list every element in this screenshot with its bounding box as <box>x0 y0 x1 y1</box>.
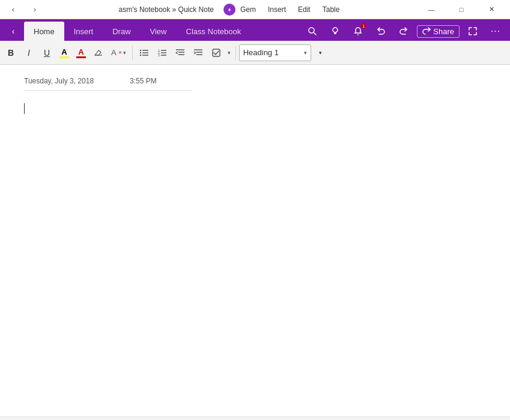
tab-draw[interactable]: Draw <box>103 22 140 41</box>
format-clear-label: A <box>111 48 117 57</box>
ribbon-tabs: ‹ Home Insert Draw View Class Notebook 1… <box>0 19 510 41</box>
highlight-color-picker[interactable]: A <box>56 44 72 61</box>
bulb-icon-btn[interactable] <box>326 22 345 41</box>
notification-badge: 1 <box>361 23 366 28</box>
menu-table[interactable]: Table <box>320 4 342 15</box>
page-area[interactable]: Tuesday, July 3, 2018 3:55 PM <box>0 65 510 416</box>
underline-button[interactable]: U <box>38 44 55 61</box>
font-color-letter: A <box>78 47 83 56</box>
tab-insert[interactable]: Insert <box>64 22 103 41</box>
font-color-swatch <box>76 56 86 58</box>
highlight-letter: A <box>61 47 67 56</box>
title-bar-left: ‹ › <box>5 1 43 18</box>
format-clear-arrow: ▾ <box>123 50 126 56</box>
search-icon-btn[interactable] <box>303 22 322 41</box>
share-button[interactable]: Share <box>417 25 460 38</box>
svg-line-1 <box>314 32 316 35</box>
date-time-row: Tuesday, July 3, 2018 3:55 PM <box>24 77 192 91</box>
outdent-button[interactable] <box>172 44 189 61</box>
title-bar-center: asm's Notebook » Quick Note ♦ Gem Insert… <box>43 4 417 16</box>
menu-gem[interactable]: Gem <box>238 4 258 15</box>
page-time: 3:55 PM <box>130 77 157 85</box>
todo-button[interactable] <box>208 44 225 61</box>
status-bar <box>0 416 510 420</box>
page-canvas: Tuesday, July 3, 2018 3:55 PM <box>0 65 510 129</box>
svg-point-8 <box>139 52 141 53</box>
title-menu-bar: Gem Insert Edit Table <box>238 4 342 15</box>
menu-edit[interactable]: Edit <box>296 4 313 15</box>
italic-button[interactable]: I <box>20 44 37 61</box>
text-cursor <box>24 103 25 114</box>
bell-icon-btn[interactable]: 1 <box>348 22 368 41</box>
text-cursor-area[interactable] <box>24 103 486 117</box>
eraser-button[interactable] <box>90 44 107 61</box>
numbering-button[interactable]: 1. 2. 3. <box>154 44 171 61</box>
todo-dropdown[interactable]: ▾ <box>226 44 232 61</box>
todo-arrow: ▾ <box>228 50 231 56</box>
format-clear-indicator: ✕ <box>118 50 122 55</box>
back-button[interactable]: ‹ <box>5 1 22 18</box>
font-color-picker[interactable]: A <box>73 44 89 61</box>
separator-1 <box>132 46 133 60</box>
style-more-arrow: ▾ <box>319 50 322 56</box>
style-dropdown-arrow: ▾ <box>304 50 307 56</box>
indent-button[interactable] <box>190 44 207 61</box>
tab-view[interactable]: View <box>141 22 177 41</box>
title-bar: ‹ › asm's Notebook » Quick Note ♦ Gem In… <box>0 0 510 19</box>
svg-text:3.: 3. <box>158 53 160 57</box>
more-icon-btn[interactable]: ··· <box>486 22 505 41</box>
format-clear-dropdown[interactable]: A ✕ ▾ <box>108 44 129 61</box>
svg-point-5 <box>357 34 359 35</box>
style-label: Heading 1 <box>243 48 302 57</box>
svg-point-2 <box>333 28 338 32</box>
forward-button[interactable]: › <box>26 1 43 18</box>
more-dots-icon: ··· <box>491 26 500 37</box>
formatting-toolbar: B I U A A A ✕ ▾ 1. 2. <box>0 41 510 65</box>
svg-rect-3 <box>334 33 336 34</box>
page-date: Tuesday, July 3, 2018 <box>24 77 94 85</box>
redo-icon-btn[interactable] <box>394 22 413 41</box>
undo-icon-btn[interactable] <box>371 22 390 41</box>
bold-button[interactable]: B <box>2 44 19 61</box>
ribbon-right-actions: 1 Share ··· <box>303 22 510 41</box>
separator-2 <box>235 46 236 60</box>
share-label: Share <box>433 27 454 36</box>
page-content-wrapper: Tuesday, July 3, 2018 3:55 PM <box>0 65 510 416</box>
style-picker[interactable]: Heading 1 ▾ <box>239 44 311 61</box>
menu-insert[interactable]: Insert <box>266 4 288 15</box>
minimize-button[interactable]: — <box>417 0 445 19</box>
tab-class-notebook[interactable]: Class Notebook <box>177 22 251 41</box>
bullets-button[interactable] <box>136 44 153 61</box>
highlight-swatch <box>59 56 69 58</box>
title-bar-right: — □ ✕ <box>417 0 505 19</box>
gem-icon: ♦ <box>223 4 235 16</box>
ribbon-back-button[interactable]: ‹ <box>2 22 24 41</box>
notebook-title: asm's Notebook » Quick Note <box>119 5 214 14</box>
maximize-button[interactable]: □ <box>448 0 475 19</box>
expand-icon-btn[interactable] <box>463 22 482 41</box>
close-button[interactable]: ✕ <box>478 0 505 19</box>
tab-home[interactable]: Home <box>24 22 64 41</box>
svg-point-7 <box>139 49 141 50</box>
svg-point-9 <box>139 54 141 55</box>
style-more-button[interactable]: ▾ <box>312 44 329 61</box>
